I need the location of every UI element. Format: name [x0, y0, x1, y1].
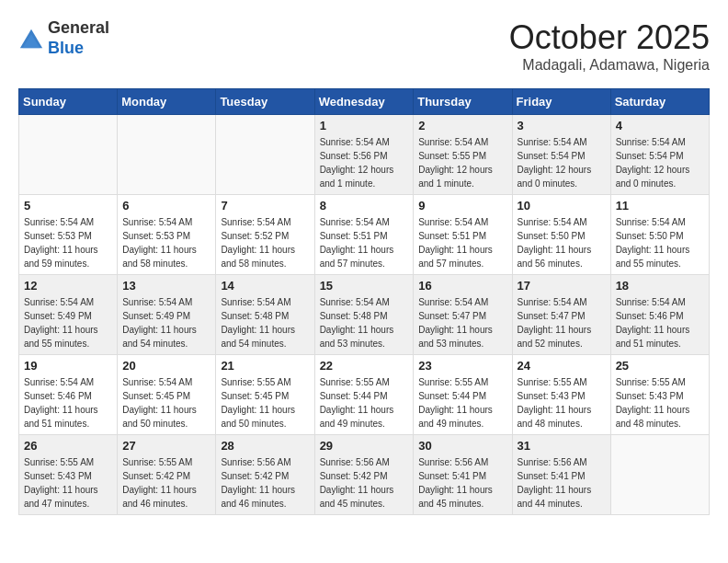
- day-info: Sunrise: 5:55 AMSunset: 5:43 PMDaylight:…: [24, 455, 112, 511]
- calendar-day-cell: 2Sunrise: 5:54 AMSunset: 5:55 PMDaylight…: [414, 115, 512, 195]
- calendar-day-header: Friday: [512, 89, 610, 115]
- calendar-day-cell: 20Sunrise: 5:54 AMSunset: 5:45 PMDayligh…: [118, 355, 216, 435]
- day-info: Sunrise: 5:54 AMSunset: 5:47 PMDaylight:…: [518, 295, 606, 350]
- day-number: 20: [122, 359, 210, 373]
- calendar-week-row: 5Sunrise: 5:54 AMSunset: 5:53 PMDaylight…: [19, 195, 710, 275]
- calendar-day-cell: [19, 115, 118, 195]
- calendar-day-cell: 3Sunrise: 5:54 AMSunset: 5:54 PMDaylight…: [512, 115, 610, 195]
- calendar-day-cell: 27Sunrise: 5:55 AMSunset: 5:42 PMDayligh…: [118, 435, 216, 515]
- calendar-day-cell: 23Sunrise: 5:55 AMSunset: 5:44 PMDayligh…: [414, 355, 512, 435]
- day-info: Sunrise: 5:54 AMSunset: 5:47 PMDaylight:…: [418, 295, 506, 350]
- calendar-day-cell: 9Sunrise: 5:54 AMSunset: 5:51 PMDaylight…: [414, 195, 512, 275]
- calendar-week-row: 26Sunrise: 5:55 AMSunset: 5:43 PMDayligh…: [19, 435, 710, 515]
- logo-icon: [18, 26, 44, 52]
- calendar-day-cell: 12Sunrise: 5:54 AMSunset: 5:49 PMDayligh…: [19, 275, 118, 355]
- calendar-day-cell: 8Sunrise: 5:54 AMSunset: 5:51 PMDaylight…: [314, 195, 414, 275]
- calendar-day-cell: 24Sunrise: 5:55 AMSunset: 5:43 PMDayligh…: [512, 355, 610, 435]
- calendar-day-cell: [610, 435, 709, 515]
- day-info: Sunrise: 5:54 AMSunset: 5:51 PMDaylight:…: [320, 215, 409, 270]
- day-info: Sunrise: 5:55 AMSunset: 5:43 PMDaylight:…: [518, 375, 606, 431]
- calendar-week-row: 19Sunrise: 5:54 AMSunset: 5:46 PMDayligh…: [19, 355, 710, 435]
- day-info: Sunrise: 5:55 AMSunset: 5:45 PMDaylight:…: [221, 375, 309, 431]
- calendar-day-cell: 17Sunrise: 5:54 AMSunset: 5:47 PMDayligh…: [512, 275, 610, 355]
- day-info: Sunrise: 5:54 AMSunset: 5:46 PMDaylight:…: [24, 375, 112, 431]
- day-info: Sunrise: 5:54 AMSunset: 5:56 PMDaylight:…: [320, 135, 409, 190]
- day-info: Sunrise: 5:56 AMSunset: 5:41 PMDaylight:…: [418, 455, 506, 511]
- day-number: 4: [616, 119, 704, 132]
- day-info: Sunrise: 5:54 AMSunset: 5:50 PMDaylight:…: [616, 215, 704, 270]
- calendar-day-cell: 13Sunrise: 5:54 AMSunset: 5:49 PMDayligh…: [118, 275, 216, 355]
- location-subtitle: Madagali, Adamawa, Nigeria: [509, 57, 710, 74]
- calendar-header-row: SundayMondayTuesdayWednesdayThursdayFrid…: [19, 89, 710, 115]
- day-info: Sunrise: 5:55 AMSunset: 5:44 PMDaylight:…: [418, 375, 506, 431]
- calendar-day-cell: 19Sunrise: 5:54 AMSunset: 5:46 PMDayligh…: [19, 355, 118, 435]
- calendar-day-cell: 28Sunrise: 5:56 AMSunset: 5:42 PMDayligh…: [216, 435, 314, 515]
- calendar-day-cell: 11Sunrise: 5:54 AMSunset: 5:50 PMDayligh…: [610, 195, 709, 275]
- day-number: 12: [24, 279, 112, 293]
- logo: General Blue: [18, 18, 109, 58]
- day-number: 1: [320, 119, 409, 132]
- day-number: 8: [320, 199, 409, 213]
- day-number: 3: [518, 119, 606, 132]
- day-number: 18: [616, 279, 704, 293]
- day-info: Sunrise: 5:54 AMSunset: 5:48 PMDaylight:…: [320, 295, 409, 350]
- day-number: 5: [24, 199, 112, 213]
- day-number: 23: [418, 359, 506, 373]
- calendar-day-cell: 25Sunrise: 5:55 AMSunset: 5:43 PMDayligh…: [610, 355, 709, 435]
- calendar-day-cell: 4Sunrise: 5:54 AMSunset: 5:54 PMDaylight…: [610, 115, 709, 195]
- calendar-day-cell: 22Sunrise: 5:55 AMSunset: 5:44 PMDayligh…: [314, 355, 414, 435]
- month-title: October 2025: [509, 18, 710, 57]
- calendar-day-cell: 30Sunrise: 5:56 AMSunset: 5:41 PMDayligh…: [414, 435, 512, 515]
- calendar-day-header: Tuesday: [216, 89, 314, 115]
- day-number: 30: [418, 439, 506, 453]
- page-header: General Blue October 2025 Madagali, Adam…: [18, 18, 710, 74]
- day-number: 25: [616, 359, 704, 373]
- day-number: 11: [616, 199, 704, 213]
- calendar-day-header: Saturday: [610, 89, 709, 115]
- day-info: Sunrise: 5:55 AMSunset: 5:44 PMDaylight:…: [320, 375, 409, 431]
- calendar-day-header: Wednesday: [314, 89, 414, 115]
- calendar-day-cell: 14Sunrise: 5:54 AMSunset: 5:48 PMDayligh…: [216, 275, 314, 355]
- calendar-day-cell: 15Sunrise: 5:54 AMSunset: 5:48 PMDayligh…: [314, 275, 414, 355]
- calendar-day-cell: 6Sunrise: 5:54 AMSunset: 5:53 PMDaylight…: [118, 195, 216, 275]
- day-info: Sunrise: 5:54 AMSunset: 5:51 PMDaylight:…: [418, 215, 506, 270]
- calendar-day-cell: 29Sunrise: 5:56 AMSunset: 5:42 PMDayligh…: [314, 435, 414, 515]
- day-number: 7: [221, 199, 309, 213]
- day-number: 15: [320, 279, 409, 293]
- day-info: Sunrise: 5:56 AMSunset: 5:42 PMDaylight:…: [320, 455, 409, 511]
- title-block: October 2025 Madagali, Adamawa, Nigeria: [509, 18, 710, 74]
- day-info: Sunrise: 5:54 AMSunset: 5:55 PMDaylight:…: [418, 135, 506, 190]
- day-info: Sunrise: 5:54 AMSunset: 5:45 PMDaylight:…: [122, 375, 210, 431]
- day-info: Sunrise: 5:56 AMSunset: 5:41 PMDaylight:…: [518, 455, 606, 511]
- calendar-day-cell: 18Sunrise: 5:54 AMSunset: 5:46 PMDayligh…: [610, 275, 709, 355]
- logo-general-text: General: [48, 18, 109, 37]
- calendar-day-header: Sunday: [19, 89, 118, 115]
- calendar-day-cell: 5Sunrise: 5:54 AMSunset: 5:53 PMDaylight…: [19, 195, 118, 275]
- day-number: 29: [320, 439, 409, 453]
- calendar-day-header: Thursday: [414, 89, 512, 115]
- day-number: 22: [320, 359, 409, 373]
- logo-blue-text: Blue: [48, 39, 84, 57]
- day-number: 24: [518, 359, 606, 373]
- day-info: Sunrise: 5:54 AMSunset: 5:53 PMDaylight:…: [24, 215, 112, 270]
- day-number: 28: [221, 439, 309, 453]
- calendar-day-cell: 10Sunrise: 5:54 AMSunset: 5:50 PMDayligh…: [512, 195, 610, 275]
- day-number: 6: [122, 199, 210, 213]
- calendar-table: SundayMondayTuesdayWednesdayThursdayFrid…: [18, 88, 710, 515]
- calendar-day-cell: 16Sunrise: 5:54 AMSunset: 5:47 PMDayligh…: [414, 275, 512, 355]
- day-info: Sunrise: 5:55 AMSunset: 5:43 PMDaylight:…: [616, 375, 704, 431]
- calendar-day-header: Monday: [118, 89, 216, 115]
- calendar-day-cell: [216, 115, 314, 195]
- day-info: Sunrise: 5:55 AMSunset: 5:42 PMDaylight:…: [122, 455, 210, 511]
- day-number: 10: [518, 199, 606, 213]
- day-number: 26: [24, 439, 112, 453]
- day-info: Sunrise: 5:54 AMSunset: 5:54 PMDaylight:…: [616, 135, 704, 190]
- calendar-week-row: 1Sunrise: 5:54 AMSunset: 5:56 PMDaylight…: [19, 115, 710, 195]
- day-info: Sunrise: 5:54 AMSunset: 5:49 PMDaylight:…: [24, 295, 112, 350]
- day-number: 19: [24, 359, 112, 373]
- day-number: 14: [221, 279, 309, 293]
- day-info: Sunrise: 5:54 AMSunset: 5:52 PMDaylight:…: [221, 215, 309, 270]
- day-info: Sunrise: 5:56 AMSunset: 5:42 PMDaylight:…: [221, 455, 309, 511]
- day-number: 17: [518, 279, 606, 293]
- calendar-week-row: 12Sunrise: 5:54 AMSunset: 5:49 PMDayligh…: [19, 275, 710, 355]
